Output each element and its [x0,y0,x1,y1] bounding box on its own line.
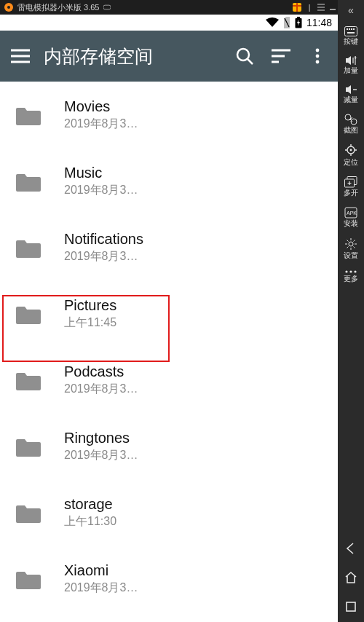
android-nav-bar [338,536,364,622]
folder-date: 2019年8月3… [64,382,138,397]
sidebar-item-label: 安装 [344,220,358,227]
status-time: 11:48 [306,17,332,28]
sidebar-item-label: 加量 [344,67,358,74]
search-icon[interactable] [232,43,258,69]
sidebar-collapse-icon[interactable]: « [348,3,354,20]
folder-icon [16,503,41,523]
folder-name: Music [64,165,138,181]
list-item[interactable]: Xiaomi 2019年8月3… [0,546,338,612]
battery-icon [295,17,302,28]
sidebar-item-volume-down[interactable]: 减量 [338,79,364,108]
sidebar-item-more[interactable]: 更多 [338,264,364,287]
folder-name: Pictures [64,297,116,314]
svg-point-23 [237,49,249,60]
sidebar-item-location[interactable]: 定位 [338,138,364,170]
folder-icon [16,436,41,457]
android-status-bar: 11:48 [0,15,338,31]
svg-rect-3 [349,28,350,30]
svg-rect-4 [351,28,352,30]
sidebar-item-label: 定位 [344,159,358,166]
menu-icon[interactable] [7,43,33,69]
folder-icon [16,304,41,324]
sort-icon[interactable] [268,43,294,69]
wifi-icon [266,17,279,28]
folder-name: storage [64,496,116,513]
emulator-sidebar: « 按键 + 加量 减量 截图 定位 多开 APK 安装 设置 更多 [338,0,364,622]
folder-date: 上午11:45 [64,315,116,331]
folder-icon [16,370,41,390]
svg-rect-5 [353,28,355,30]
svg-point-9 [351,119,357,125]
list-item[interactable]: Podcasts 2019年8月3… [0,347,338,413]
folder-icon [16,171,41,192]
list-item[interactable]: Movies 2019年8月3… [0,82,338,148]
nav-recent-icon[interactable] [344,600,357,615]
svg-point-26 [316,60,320,64]
folder-date: 2019年8月3… [64,448,138,463]
folder-icon [16,237,41,258]
emulator-logo-icon [4,3,13,12]
sidebar-item-label: 多开 [344,189,358,197]
svg-point-25 [316,55,320,58]
folder-date: 2019年8月3… [64,249,143,264]
app-toolbar: 内部存储空间 [0,31,338,82]
emulator-titlebar: 雷电模拟器小米版 3.65 | [0,0,364,15]
folder-icon [16,105,41,125]
svg-text:APK: APK [347,210,357,216]
sidebar-item-settings[interactable]: 设置 [338,232,364,264]
sidebar-item-multi[interactable]: 多开 [338,170,364,201]
svg-rect-20 [347,602,355,611]
svg-rect-21 [297,17,300,18]
nav-home-icon[interactable] [344,571,357,586]
list-item[interactable]: Music 2019年8月3… [0,148,338,214]
sidebar-item-label: 更多 [344,275,358,283]
svg-point-19 [354,270,356,272]
svg-rect-2 [347,28,348,30]
sidebar-item-screenshot[interactable]: 截图 [338,108,364,138]
folder-name: Notifications [64,231,143,248]
list-item[interactable]: Pictures 上午11:45 [0,280,338,347]
folder-name: Ringtones [64,430,138,446]
folder-date: 2019年8月3… [64,117,138,132]
page-title: 内部存储空间 [44,44,221,68]
folder-name: Podcasts [64,363,138,380]
svg-point-24 [316,49,320,52]
list-item[interactable]: Ringtones 2019年8月3… [0,413,338,479]
sidebar-item-label: 设置 [344,252,358,259]
sidebar-item-install[interactable]: APK 安装 [338,201,364,232]
folder-date: 2019年8月3… [64,580,138,596]
folder-name: Xiaomi [64,562,138,579]
svg-rect-6 [347,32,355,34]
svg-text:+: + [354,55,357,61]
svg-point-17 [345,270,347,272]
svg-point-18 [349,270,352,272]
list-item[interactable]: Notifications 2019年8月3… [0,214,338,280]
folder-name: Movies [64,98,138,115]
sidebar-item-label: 减量 [344,96,358,103]
svg-point-16 [349,242,353,246]
overflow-icon[interactable] [304,43,331,69]
window-menu-icon[interactable] [317,4,325,11]
folder-icon [16,569,41,589]
emulator-title: 雷电模拟器小米版 3.65 [17,2,99,13]
nav-back-icon[interactable] [344,542,357,556]
folder-list[interactable]: Movies 2019年8月3… Music 2019年8月3… Notific… [0,82,338,622]
gamepad-icon [103,4,111,11]
sidebar-item-keymap[interactable]: 按键 [338,20,364,50]
sidebar-item-volume-up[interactable]: + 加量 [338,50,364,79]
svg-rect-1 [345,27,357,36]
svg-point-11 [350,149,352,151]
window-minimize-icon[interactable] [329,4,336,11]
folder-date: 上午11:30 [64,514,116,530]
android-screen: 11:48 内部存储空间 Movies 2019年8月3… Music [0,15,338,622]
sidebar-item-label: 截图 [344,127,358,134]
gift-icon[interactable] [293,3,301,12]
list-item[interactable]: storage 上午11:30 [0,479,338,546]
sidebar-item-label: 按键 [344,38,358,45]
folder-date: 2019年8月3… [64,183,138,198]
divider-icon: | [306,4,313,11]
sim-icon [283,17,290,28]
